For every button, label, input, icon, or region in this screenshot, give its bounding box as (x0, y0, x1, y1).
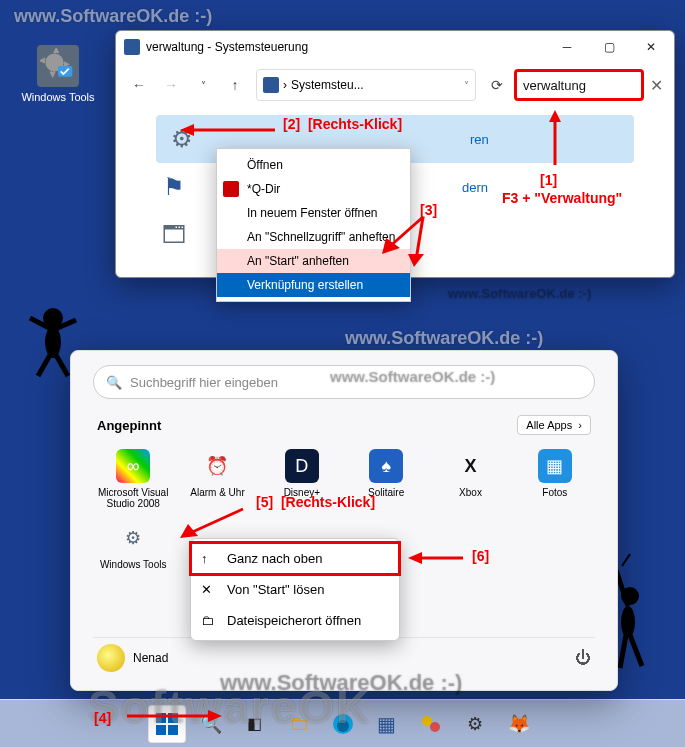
menu-item-new-window[interactable]: In neuem Fenster öffnen (217, 201, 410, 225)
all-apps-button[interactable]: Alle Apps › (517, 415, 591, 435)
menu-item-pin-start[interactable]: An "Start" anheften (217, 249, 410, 273)
titlebar[interactable]: verwaltung - Systemsteuerung ─ ▢ ✕ (116, 31, 674, 63)
taskbar-explorer[interactable]: 🗀 (280, 705, 318, 743)
taskbar-search[interactable]: 🔍 (192, 705, 230, 743)
tile-xbox[interactable]: XXbox (430, 445, 510, 513)
search-value: verwaltung (523, 78, 586, 93)
desktop-icon-windows-tools[interactable]: Windows Tools (18, 45, 98, 103)
menu-item-pin-quick[interactable]: An "Schnellzugriff" anheften (217, 225, 410, 249)
gear-check-icon (37, 45, 79, 87)
avatar[interactable] (97, 644, 125, 672)
breadcrumb[interactable]: › Systemsteu... ˅ (256, 69, 476, 101)
watermark: www.SoftwareOK.de :-) (345, 328, 543, 349)
menu-item-open[interactable]: Öffnen (217, 153, 410, 177)
tile-fotos[interactable]: ▦Fotos (515, 445, 595, 513)
breadcrumb-item[interactable]: Systemsteu... (291, 78, 364, 92)
tile-visual-studio[interactable]: ∞Microsoft Visual Studio 2008 (93, 445, 173, 513)
svg-line-24 (38, 355, 50, 376)
result-link[interactable]: ren (470, 132, 489, 147)
windows-logo-icon (156, 713, 178, 735)
start-button[interactable] (148, 705, 186, 743)
vs-icon: ∞ (116, 449, 150, 483)
arrow-up-icon: ↑ (201, 551, 208, 566)
disney-icon: D (285, 449, 319, 483)
result-link[interactable]: dern (462, 180, 488, 195)
taskbar-app[interactable] (412, 705, 450, 743)
watermark: www.SoftwareOK.de :-) (448, 286, 591, 301)
menu-item-move-top[interactable]: ↑Ganz nach oben (191, 543, 399, 574)
nav-toolbar: ← → ˅ ↑ › Systemsteu... ˅ ⟳ verwaltung ✕ (116, 63, 674, 107)
svg-line-38 (622, 554, 630, 566)
taskbar: 🔍 ◧ 🗀 ▦ ⚙ 🦊 (0, 699, 685, 747)
start-search-input[interactable]: 🔍 Suchbegriff hier eingeben (93, 365, 595, 399)
pinned-heading: Angepinnt (97, 418, 161, 433)
cards-icon: ♠ (369, 449, 403, 483)
power-button[interactable]: ⏻ (575, 649, 591, 667)
search-icon: 🔍 (106, 375, 122, 390)
tile-disney[interactable]: DDisney+ (262, 445, 342, 513)
tile-windows-tools[interactable]: ⚙Windows Tools (93, 517, 173, 585)
clear-search-button[interactable]: ✕ (646, 76, 666, 95)
svg-line-34 (620, 635, 626, 668)
start-search-placeholder: Suchbegriff hier eingeben (130, 375, 278, 390)
svg-line-25 (56, 355, 68, 376)
taskbar-edge[interactable] (324, 705, 362, 743)
folder-icon: 🗀 (201, 613, 214, 628)
watermark: www.SoftwareOK.de :-) (14, 6, 212, 27)
clock-icon: ⏰ (200, 449, 234, 483)
menu-item-unpin[interactable]: ✕Von "Start" lösen (191, 574, 399, 605)
photos-icon: ▦ (538, 449, 572, 483)
refresh-button[interactable]: ⟳ (482, 70, 512, 100)
taskbar-taskview[interactable]: ◧ (236, 705, 274, 743)
search-input[interactable]: verwaltung (514, 69, 644, 101)
back-button[interactable]: ← (124, 70, 154, 100)
forward-button[interactable]: → (156, 70, 186, 100)
taskbar-app[interactable]: ⚙ (456, 705, 494, 743)
gear-icon: ⚙ (116, 521, 150, 555)
window-title: verwaltung - Systemsteuerung (146, 40, 546, 54)
gear-icon: ⚙ (164, 121, 200, 157)
svg-point-21 (45, 326, 61, 358)
svg-line-35 (630, 635, 642, 666)
maximize-button[interactable]: ▢ (588, 32, 630, 62)
app-icon (124, 39, 140, 55)
history-dropdown[interactable]: ˅ (188, 70, 218, 100)
svg-point-29 (621, 606, 635, 638)
unpin-icon: ✕ (201, 582, 212, 597)
up-button[interactable]: ↑ (220, 70, 250, 100)
svg-point-5 (430, 722, 440, 732)
chevron-down-icon[interactable]: ˅ (464, 80, 469, 91)
start-context-menu: ↑Ganz nach oben ✕Von "Start" lösen 🗀Date… (190, 538, 400, 641)
breadcrumb-sep: › (283, 78, 287, 92)
minimize-button[interactable]: ─ (546, 32, 588, 62)
tile-solitaire[interactable]: ♠Solitaire (346, 445, 426, 513)
taskbar-app[interactable]: 🦊 (500, 705, 538, 743)
flag-icon: ⚑ (156, 169, 192, 205)
context-menu: Öffnen *Q-Dir In neuem Fenster öffnen An… (216, 148, 411, 302)
desktop-icon-label: Windows Tools (18, 91, 98, 103)
menu-item-create-shortcut[interactable]: Verknüpfung erstellen (217, 273, 410, 297)
breadcrumb-icon (263, 77, 279, 93)
xbox-icon: X (453, 449, 487, 483)
start-footer: Nenad ⏻ (93, 637, 595, 678)
taskbar-app[interactable]: ▦ (368, 705, 406, 743)
help-icon: 🗔 (156, 217, 192, 253)
close-button[interactable]: ✕ (630, 32, 672, 62)
tile-alarm[interactable]: ⏰Alarm & Uhr (177, 445, 257, 513)
svg-point-4 (422, 716, 432, 726)
user-name[interactable]: Nenad (133, 651, 168, 665)
menu-item-qdir[interactable]: *Q-Dir (217, 177, 410, 201)
menu-item-open-location[interactable]: 🗀Dateispeicherort öffnen (191, 605, 399, 636)
qdir-icon (223, 181, 239, 197)
svg-point-3 (337, 720, 349, 732)
